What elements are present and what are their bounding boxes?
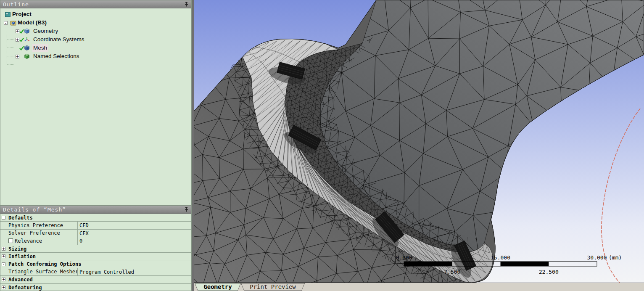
details-section-label: Inflation bbox=[7, 253, 191, 260]
tree-item-icons bbox=[19, 28, 32, 34]
expand-icon[interactable]: + bbox=[2, 286, 5, 289]
mesh-icon bbox=[24, 45, 30, 51]
outline-panel: Outline Project bbox=[0, 0, 192, 205]
tree-item-icons bbox=[19, 36, 32, 43]
details-header-row[interactable]: - Defaults bbox=[0, 214, 191, 222]
ruler-label-7-5: 7.500 bbox=[444, 269, 460, 275]
mesh-view-canvas[interactable]: 0.000 15.000 30.000 (mm) 7.500 22.500 bbox=[194, 0, 644, 283]
tree-item-geometry[interactable]: + Geometry bbox=[0, 27, 191, 35]
tab-label: Geometry bbox=[195, 283, 241, 291]
tree-item-project[interactable]: Project bbox=[0, 10, 191, 19]
details-section-label: Defaults bbox=[7, 214, 191, 222]
relevance-checkbox[interactable] bbox=[8, 238, 13, 243]
project-icon bbox=[5, 11, 11, 18]
viewport-3d[interactable]: 0.000 15.000 30.000 (mm) 7.500 22.500 Ge… bbox=[194, 0, 644, 291]
ruler-segment-black bbox=[501, 262, 549, 266]
ruler-label-30: 30.000 bbox=[587, 254, 607, 261]
prop-name: Relevance bbox=[7, 237, 78, 245]
viewport-tabbar: Geometry Print Preview bbox=[194, 283, 644, 291]
collapse-icon[interactable]: - bbox=[4, 21, 8, 25]
tree-connector bbox=[6, 31, 6, 64]
prop-name: Triangle Surface Mesher bbox=[7, 268, 78, 276]
prop-name: Physics Preference bbox=[7, 222, 78, 229]
details-section-label: Advanced bbox=[7, 276, 191, 283]
prop-value[interactable]: CFX bbox=[78, 230, 191, 237]
ruler-unit: (mm) bbox=[609, 254, 622, 261]
tree-item-mesh[interactable]: Mesh bbox=[0, 44, 191, 52]
collapse-icon[interactable]: - bbox=[2, 262, 5, 266]
coordinate-systems-icon bbox=[24, 37, 30, 42]
details-header-row[interactable]: + Inflation bbox=[0, 253, 191, 260]
tree-item-named-selections[interactable]: + Named Selections bbox=[0, 52, 191, 61]
details-section-label: Sizing bbox=[7, 245, 191, 253]
prop-name: Solver Preference bbox=[7, 230, 78, 237]
tree-item-label: Geometry bbox=[32, 27, 59, 35]
tree-item-label: Project bbox=[11, 10, 33, 19]
tree-connector bbox=[7, 56, 15, 56]
tree-item-coordinate-systems[interactable]: + Coordinate Systems bbox=[0, 35, 191, 44]
prop-value[interactable]: Program Controlled bbox=[78, 268, 191, 276]
tree-item-label: Coordinate Systems bbox=[32, 35, 86, 44]
details-title: Details of “Mesh” bbox=[3, 206, 191, 214]
expand-icon[interactable]: + bbox=[2, 278, 5, 281]
pin-icon[interactable] bbox=[183, 206, 190, 213]
app-window: Outline Project bbox=[0, 0, 644, 291]
tree-item-icons bbox=[19, 53, 32, 60]
left-panels: Outline Project bbox=[0, 0, 192, 291]
expand-icon[interactable]: + bbox=[2, 247, 5, 251]
ruler-label-0: 0.000 bbox=[396, 254, 412, 261]
ruler-segment-black bbox=[404, 262, 452, 266]
geometry-icon bbox=[24, 28, 30, 34]
details-prop-row[interactable]: Relevance 0 bbox=[0, 237, 191, 245]
details-header-row[interactable]: + Defeaturing bbox=[0, 284, 191, 291]
details-header-row[interactable]: + Advanced bbox=[0, 276, 191, 283]
outline-titlebar: Outline bbox=[0, 0, 191, 8]
outline-title: Outline bbox=[3, 0, 191, 8]
details-header-row[interactable]: + Sizing bbox=[0, 245, 191, 253]
named-selections-icon bbox=[24, 53, 30, 59]
details-section-label: Defeaturing bbox=[7, 284, 191, 291]
tree-item-model[interactable]: - Model (B3) bbox=[0, 19, 191, 27]
details-prop-row[interactable]: Physics Preference CFD bbox=[0, 222, 191, 229]
tab-label: Print Preview bbox=[241, 283, 305, 291]
tree-item-label: Mesh bbox=[32, 44, 48, 52]
expand-icon[interactable]: + bbox=[16, 55, 19, 58]
ruler-label-22-5: 22.500 bbox=[539, 269, 559, 275]
outline-tree: Project - Model (B3) + bbox=[0, 8, 191, 205]
details-prop-row[interactable]: Triangle Surface Mesher Program Controll… bbox=[0, 268, 191, 276]
tab-print-preview[interactable]: Print Preview bbox=[241, 283, 305, 291]
tree-connector bbox=[7, 64, 15, 65]
details-table: - Defaults Physics Preference CFD Solver… bbox=[0, 214, 191, 291]
tab-geometry[interactable]: Geometry bbox=[195, 283, 241, 291]
tree-connector bbox=[7, 48, 15, 48]
details-titlebar: Details of “Mesh” bbox=[0, 206, 191, 214]
pin-icon[interactable] bbox=[183, 1, 190, 8]
tree-connector bbox=[7, 39, 15, 40]
details-prop-row[interactable]: Solver Preference CFX bbox=[0, 230, 191, 237]
tree-item-icons bbox=[19, 45, 32, 51]
tree-item-label: Named Selections bbox=[32, 52, 81, 61]
ruler-label-15: 15.000 bbox=[491, 254, 510, 261]
prop-value[interactable]: 0 bbox=[78, 237, 191, 245]
details-header-row[interactable]: - Patch Conforming Options bbox=[0, 260, 191, 268]
details-section-label: Patch Conforming Options bbox=[7, 260, 191, 268]
model-icon bbox=[10, 20, 16, 26]
prop-name-label: Relevance bbox=[15, 237, 42, 245]
tree-item-label: Model (B3) bbox=[16, 19, 48, 27]
details-panel: Details of “Mesh” - Defaults Physics Pre… bbox=[0, 205, 192, 291]
expand-icon[interactable]: + bbox=[2, 254, 5, 258]
prop-value[interactable]: CFD bbox=[78, 222, 191, 229]
collapse-icon[interactable]: - bbox=[2, 216, 5, 220]
